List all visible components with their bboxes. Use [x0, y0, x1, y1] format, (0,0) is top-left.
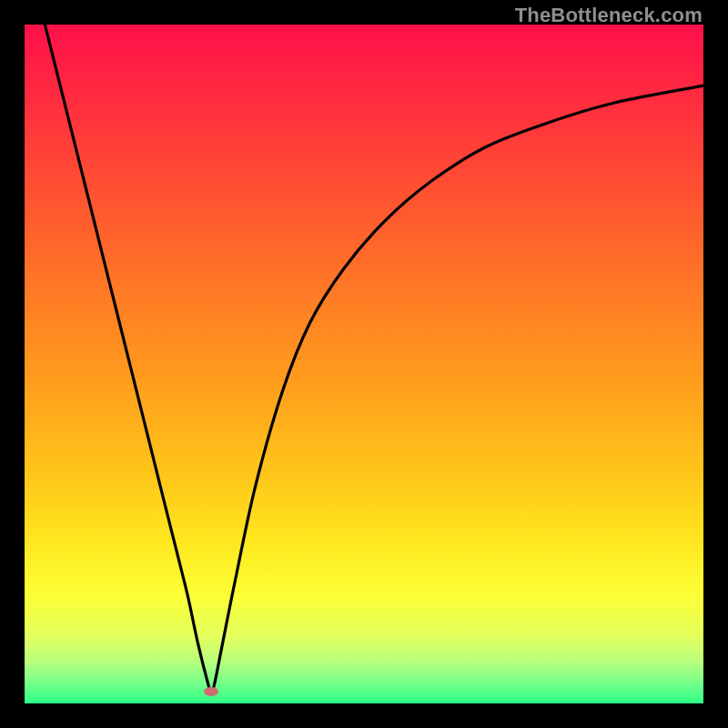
- minimum-marker: [204, 687, 218, 696]
- chart-container: TheBottleneck.com: [0, 0, 728, 728]
- plot-area: [25, 25, 703, 703]
- bottleneck-curve: [25, 25, 703, 703]
